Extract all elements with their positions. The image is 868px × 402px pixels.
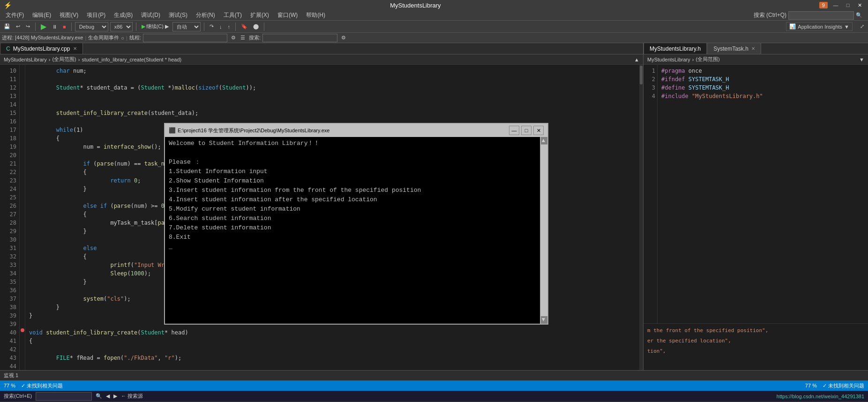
notif-count[interactable]: 9 [819, 2, 828, 8]
close-button[interactable]: ✕ [856, 2, 864, 8]
menu-file[interactable]: 文件(F) [2, 10, 28, 21]
tab-systemtask[interactable]: SystemTask.h ✕ [707, 43, 761, 54]
console-scroll-up[interactable]: ▲ [541, 137, 547, 144]
tab-main-cpp[interactable]: C MyStudentsLibrary.cpp ✕ [0, 43, 83, 54]
console-close-btn[interactable]: ✕ [533, 126, 544, 135]
status-error-left: ✓ 未找到相关问题 [21, 382, 63, 389]
toolbar-start-green[interactable]: ▶ [39, 22, 48, 31]
menu-analyze[interactable]: 分析(N) [192, 10, 219, 21]
console-scrollbar[interactable]: ▲ ▼ [540, 137, 547, 324]
line-numbers: 10 11 12 13 14 15 16 17 18 19 20 21 22 2… [0, 65, 20, 370]
title-bar-left: ⚡ [4, 1, 12, 9]
right-insert-hint-1: m the front of the specified position", [647, 326, 864, 336]
console-scroll-track[interactable] [540, 144, 547, 316]
debug-settings-btn[interactable]: ⚙ [339, 34, 348, 41]
menu-edit[interactable]: 编辑(E) [29, 10, 55, 21]
app-insights-label: Application Insights [798, 24, 842, 30]
console-scroll-down[interactable]: ▼ [541, 316, 547, 324]
toolbar-save-btn[interactable]: 💾 [2, 23, 12, 30]
bottom-search-icon[interactable]: 🔍 [96, 393, 102, 399]
platform-select[interactable]: x86 x64 [110, 22, 133, 31]
status-check-icon: ✓ [21, 383, 25, 388]
menu-extensions[interactable]: 扩展(X) [247, 10, 273, 21]
menu-tools[interactable]: 工具(T) [220, 10, 246, 21]
console-minimize-btn[interactable]: — [509, 126, 519, 135]
menu-window[interactable]: 窗口(W) [274, 10, 301, 21]
toolbar-sep-4 [204, 23, 204, 31]
bottom-search-input[interactable] [36, 392, 92, 401]
toolbar: 💾 ↩ ↪ ▶ ⏸ ■ Debug Release x86 x64 ▶ 继续(C… [0, 21, 868, 33]
title-bar-title: MyStudentsLibrary [390, 2, 441, 9]
watch-label[interactable]: 监视 1 [4, 372, 18, 379]
menu-view[interactable]: 视图(V) [56, 10, 82, 21]
menu-build[interactable]: 生成(B) [110, 10, 136, 21]
toolbar-sep-2 [71, 23, 72, 31]
right-bottom-code: m the front of the specified position", … [644, 323, 868, 370]
step-out-btn[interactable]: ↑ [225, 23, 232, 30]
line-label: 线程: [129, 34, 141, 41]
debug-sep-2: | [126, 35, 127, 41]
right-code-content: 1 2 3 4 #pragma once #ifndef SYSTEMTASK_… [644, 65, 868, 323]
bottom-nav-back[interactable]: ◀ [106, 393, 110, 399]
code-vscroll[interactable] [639, 65, 643, 370]
console-app-icon: ⬛ [169, 127, 176, 134]
menu-test[interactable]: 测试(S) [165, 10, 191, 21]
debug-nav-btns: ⚙ ☰ [229, 34, 247, 41]
debug-nav-btn[interactable]: ☰ [239, 34, 247, 41]
app-insights-button[interactable]: 📊 Application Insights ▼ [786, 22, 853, 31]
maximize-button[interactable]: □ [844, 2, 852, 8]
menu-debug[interactable]: 调试(D) [137, 10, 164, 21]
toolbar-sep-6 [264, 23, 264, 31]
toolbar-undo-btn[interactable]: ↩ [14, 23, 22, 30]
right-breadcrumb-scope[interactable]: (全局范围) [696, 56, 719, 63]
debug-filter-btn[interactable]: ⚙ [229, 34, 238, 41]
tab-cpp-icon: C [6, 46, 10, 52]
minimize-button[interactable]: — [831, 2, 840, 8]
tab-h-label: MyStudentsLibrary.h [650, 46, 701, 52]
toolbar-redo-btn[interactable]: ↪ [24, 23, 32, 30]
toolbar-pause-btn[interactable]: ⏸ [50, 23, 59, 30]
right-insert-hint-3: tion", [647, 346, 864, 356]
bookmark-btn[interactable]: 🔖 [239, 23, 249, 30]
right-scroll-btn[interactable]: ▼ [859, 57, 864, 62]
app-insights-dropdown-icon: ▼ [844, 24, 849, 30]
debug-mode-select[interactable]: Debug Release [75, 22, 108, 31]
menu-help[interactable]: 帮助(H) [302, 10, 329, 21]
bottom-search-label[interactable]: 搜索(Ctrl+E) [4, 393, 32, 400]
right-code-area[interactable]: #pragma once #ifndef SYSTEMTASK_H #defin… [658, 65, 868, 323]
lifecycle-icon: ○ [121, 35, 124, 41]
status-zoom-right[interactable]: 77 % [805, 383, 817, 388]
console-maximize-btn[interactable]: □ [521, 126, 531, 135]
tab-h-file[interactable]: MyStudentsLibrary.h [644, 43, 707, 54]
toolbar-resize-btn[interactable]: ⤢ [858, 23, 866, 30]
scroll-up-btn[interactable]: ▲ [634, 57, 639, 62]
search-box-label: 搜索 (Ctrl+Q) [754, 11, 786, 19]
step-over-btn[interactable]: ↷ [208, 23, 216, 30]
status-zoom-left[interactable]: 77 % [4, 383, 15, 388]
menu-project[interactable]: 项目(P) [83, 10, 109, 21]
thread-input[interactable] [143, 34, 227, 42]
tab-systemtask-close[interactable]: ✕ [751, 46, 755, 51]
breadcrumb-scope[interactable]: (全局范围) [52, 56, 76, 63]
toolbar-stop-btn[interactable]: ■ [61, 23, 68, 30]
scroll-thumb[interactable] [640, 66, 643, 84]
tab-cpp-label: MyStudentsLibrary.cpp [13, 46, 70, 52]
run-target-select[interactable]: 自动 [172, 22, 201, 31]
breadcrumb-project[interactable]: MyStudentsLibrary [4, 57, 47, 62]
breakpoint-btn[interactable]: ⬤ [251, 23, 261, 30]
search-icon[interactable]: 🔍 [856, 12, 862, 18]
step-into-btn[interactable]: ↓ [217, 23, 224, 30]
run-continue-btn[interactable]: ▶ 继续(C) ▶ [140, 23, 171, 30]
left-breadcrumb: MyStudentsLibrary › (全局范围) › student_inf… [0, 54, 643, 65]
right-line-numbers: 1 2 3 4 [644, 65, 658, 323]
breadcrumb-func[interactable]: student_info_library_create(Student * he… [82, 57, 181, 62]
bottom-nav-fwd[interactable]: ▶ [113, 393, 117, 399]
toolbar-sep-5 [235, 23, 236, 31]
find-input[interactable] [262, 34, 337, 42]
right-breadcrumb-project[interactable]: MyStudentsLibrary [647, 57, 690, 62]
tab-cpp-close[interactable]: ✕ [73, 46, 77, 51]
quick-search-input[interactable] [788, 11, 854, 20]
console-output: Welcome to Student Information Library！！… [165, 137, 540, 324]
status-error-right: ✓ 未找到相关问题 [823, 382, 864, 389]
bottom-url[interactable]: https://blog.csdn.net/weixin_44291381 [777, 394, 864, 399]
